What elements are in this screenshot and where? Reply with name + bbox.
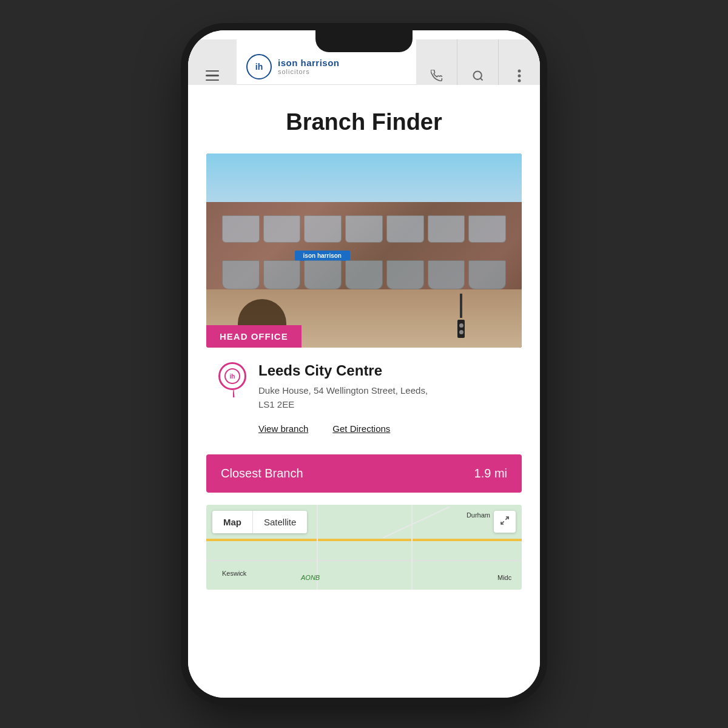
svg-point-0 bbox=[473, 71, 481, 79]
branch-name: Leeds City Centre bbox=[258, 362, 510, 379]
closest-branch-distance: 1.9 mi bbox=[474, 467, 507, 480]
phone-frame: ih ison harrison solicitors bbox=[188, 30, 540, 698]
map-fullscreen-button[interactable] bbox=[494, 511, 516, 533]
map-label-aonb: AONB bbox=[301, 574, 320, 581]
head-office-badge: HEAD OFFICE bbox=[206, 325, 302, 348]
map-area: Durham Keswick AONB Midc Map Satellite bbox=[206, 505, 522, 590]
map-label-durham: Durham bbox=[467, 511, 490, 519]
building-image: ison harrison bbox=[206, 153, 522, 348]
closest-branch-label: Closest Branch bbox=[221, 467, 303, 480]
pin-logo: ih bbox=[224, 368, 240, 384]
branch-actions: View branch Get Directions bbox=[258, 423, 510, 434]
main-content: Branch Finder bbox=[188, 85, 540, 698]
branch-address: Duke House, 54 Wellington Street, Leeds,… bbox=[258, 384, 510, 411]
svg-point-2 bbox=[518, 69, 521, 72]
phone-notch bbox=[315, 30, 413, 52]
get-directions-link[interactable]: Get Directions bbox=[332, 423, 390, 434]
satellite-view-button[interactable]: Satellite bbox=[253, 511, 307, 533]
logo-text: ison harrison solicitors bbox=[278, 58, 340, 75]
svg-point-3 bbox=[518, 74, 521, 77]
view-branch-link[interactable]: View branch bbox=[258, 423, 308, 434]
svg-line-1 bbox=[480, 78, 482, 80]
map-label-keswick: Keswick bbox=[222, 570, 246, 577]
phone-screen: ih ison harrison solicitors bbox=[188, 30, 540, 698]
map-label-midlands: Midc bbox=[497, 574, 522, 581]
branch-info: Leeds City Centre Duke House, 54 Welling… bbox=[258, 362, 510, 434]
location-pin-icon: ih bbox=[218, 362, 249, 397]
hamburger-icon bbox=[206, 70, 219, 81]
svg-point-4 bbox=[518, 79, 521, 82]
brand-name: ison harrison bbox=[278, 58, 340, 68]
logo-circle-icon: ih bbox=[246, 54, 272, 79]
branch-card: ih Leeds City Centre Duke House, 54 Well… bbox=[206, 348, 522, 448]
brand-sub: solicitors bbox=[278, 68, 340, 75]
page-title: Branch Finder bbox=[188, 85, 540, 153]
logo-area: ih ison harrison solicitors bbox=[237, 54, 416, 79]
map-controls: Map Satellite bbox=[212, 511, 307, 533]
building-facade: ison harrison bbox=[206, 153, 522, 348]
map-view-button[interactable]: Map bbox=[212, 511, 252, 533]
closest-branch-banner: Closest Branch 1.9 mi bbox=[206, 454, 522, 493]
